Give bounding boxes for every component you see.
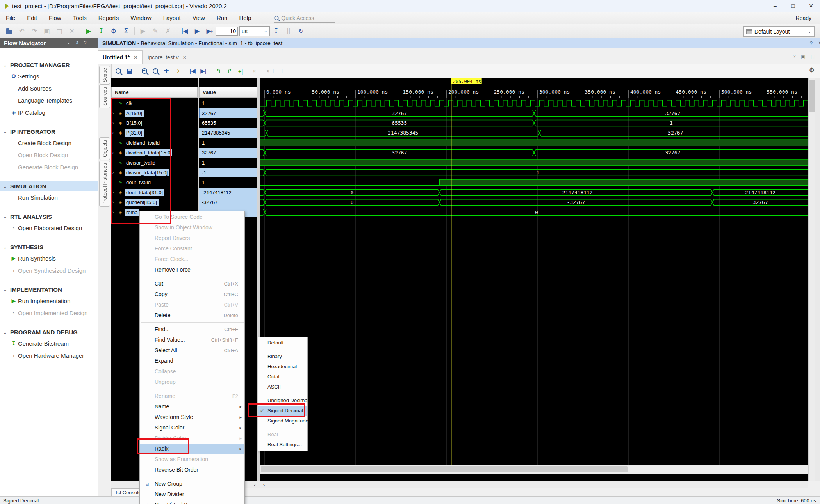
expand-arrow-icon[interactable]: › [112,210,118,215]
side-tab-sources[interactable]: Sources [99,84,110,108]
sidebar-item-run-implementation[interactable]: ▶Run Implementation [0,296,98,306]
help-icon[interactable]: ? [810,40,813,46]
maximize-button[interactable]: □ [784,0,802,12]
signal-name-quotient-15-0-[interactable]: ›◈quotient[15:0] [111,197,198,207]
value-column-header[interactable]: Value [199,87,257,98]
sidebar-section-rtl-analysis[interactable]: ⌄RTL ANALYSIS [0,211,98,222]
generate-bitstream-icon[interactable]: ↧ [95,26,107,36]
expand-arrow-icon[interactable]: › [112,131,118,135]
edit-pencil-icon[interactable]: ✎ [150,26,161,36]
signal-name-dividend-tdata-15-0[interactable]: ›◈dividend_tdata[15:0 [111,148,198,158]
close-tab-icon[interactable]: ✕ [183,55,187,60]
menu-item-new-divider[interactable]: New Divider [140,489,244,500]
menu-edit[interactable]: Edit [21,12,43,24]
signal-value-divisor-tdata-15-0-[interactable]: -1 [199,168,257,177]
next-transition-icon[interactable]: ▶| [198,66,209,76]
time-unit-select[interactable]: us⌄ [239,26,270,36]
menu-item-remove-force[interactable]: Remove Force [140,264,244,275]
radix-option-hexadecimal[interactable]: Hexadecimal [258,362,307,372]
menu-item-new-group[interactable]: New Group⧈ [140,479,244,489]
sidebar-item-open-synthesized-design[interactable]: ›Open Synthesized Design [0,265,98,275]
swap-previous-icon[interactable]: ↰ [213,66,224,76]
maximize-panel-icon[interactable]: ◱ [811,53,815,59]
menu-help[interactable]: Help [233,12,257,24]
run-for-time-icon[interactable]: ▶ₜ [204,26,216,36]
expand-arrow-icon[interactable]: › [112,190,118,195]
sidebar-item-open-block-design[interactable]: Open Block Design [0,150,98,160]
zoom-to-cursor-icon[interactable]: ➔ [172,66,183,76]
radix-option-default[interactable]: Default [258,338,307,348]
signal-name-divisor-tvalid[interactable]: ∿divisor_tvalid [111,158,198,167]
signal-value-B-15-0-[interactable]: 65535 [199,118,257,128]
signal-name-A-15-0-[interactable]: ›◈A[15:0] [111,108,198,118]
close-panel-icon[interactable]: ✕ [818,40,820,46]
menu-tools[interactable]: Tools [67,12,93,24]
signal-value-dout-tdata-31-0-[interactable]: -2147418112 [199,188,257,197]
menu-item-signal-color[interactable]: Signal Color▸ [140,422,244,433]
radix-option-signed-magnitude[interactable]: Signed Magnitude [258,416,307,426]
menu-item-delete[interactable]: DeleteDelete [140,310,244,321]
waveform-settings-gear-icon[interactable]: ⚙ [809,66,815,74]
collapse-all-icon[interactable]: ⌅ [67,40,71,46]
signal-value-clk[interactable]: 1 [199,98,257,108]
vertical-scrollbar[interactable] [808,78,816,481]
signal-value-quotient-15-0-[interactable]: -32767 [199,197,257,207]
add-marker-icon[interactable]: +| [235,66,246,76]
tab-untitled-1-[interactable]: Untitled 1*✕ [98,50,143,64]
signal-value-P-31-0-[interactable]: 2147385345 [199,128,257,138]
sidebar-item-add-sources[interactable]: Add Sources [0,83,98,93]
expand-arrow-icon[interactable]: › [112,121,118,125]
radix-option-binary[interactable]: Binary [258,351,307,362]
zoom-in-icon[interactable] [139,66,150,76]
sidebar-section-simulation[interactable]: ⌄SIMULATION [0,181,98,191]
menu-item-expand[interactable]: Expand [140,356,244,366]
goto-left-icon[interactable]: ⇤ [250,66,261,76]
sidebar-item-open-hardware-manager[interactable]: ›Open Hardware Manager [0,350,98,360]
delete-icon[interactable]: ✕ [66,26,78,36]
expand-arrow-icon[interactable]: › [112,151,118,155]
report-sigma-icon[interactable]: Σ [120,26,132,36]
goto-right-icon[interactable]: ⇥ [261,66,272,76]
find-icon[interactable] [113,66,124,76]
vertical-scrollbar-thumb[interactable] [809,80,815,112]
menu-item-find-[interactable]: Find...Ctrl+F [140,324,244,335]
scroll-left-arrow-icon[interactable]: ‹ [263,481,265,487]
signal-name-divisor-tdata-15-0-[interactable]: ›◈divisor_tdata[15:0] [111,168,198,177]
menu-item-find-value-[interactable]: Find Value...Ctrl+Shift+F [140,335,244,345]
minimize-panel-icon[interactable]: – [91,40,94,46]
tab-ipcore-test-v[interactable]: ipcore_test.v✕ [143,50,191,64]
menu-item-new-virtual-bus[interactable]: New Virtual Bus◈ [140,500,244,504]
run-all-icon[interactable]: ▶ [191,26,203,36]
help-icon[interactable]: ? [84,40,87,46]
radix-option-real-settings-[interactable]: Real Settings... [258,440,307,450]
signal-name-dividend-tvalid[interactable]: ∿dividend_tvalid [111,138,198,148]
sidebar-section-ip-integrator[interactable]: ⌄IP INTEGRATOR [0,126,98,137]
sidebar-section-program-and-debug[interactable]: ⌄PROGRAM AND DEBUG [0,327,98,337]
copy-icon[interactable]: ▣ [41,26,53,36]
redo-icon[interactable]: ↷ [29,26,40,36]
signal-value-dividend-tvalid[interactable]: 1 [199,138,257,148]
sidebar-item-open-implemented-design[interactable]: ›Open Implemented Design [0,308,98,318]
zoom-out-icon[interactable] [150,66,161,76]
cancel-icon[interactable]: ✗ [162,26,174,36]
sidebar-item-ip-catalog[interactable]: ◈IP Catalog [0,107,98,117]
signal-value-divisor-tvalid[interactable]: 1 [199,158,257,167]
name-column-header[interactable]: Name [111,87,198,98]
sidebar-item-open-elaborated-design[interactable]: ›Open Elaborated Design [0,223,98,233]
scroll-right-arrow-icon[interactable]: › [254,481,255,487]
menu-file[interactable]: File [0,12,21,24]
expand-arrow-icon[interactable]: › [112,111,118,115]
run-icon[interactable]: ▶ [83,26,94,36]
restart-sim-icon[interactable]: |◀ [179,26,191,36]
signal-value-A-15-0-[interactable]: 32767 [199,108,257,118]
expand-collapse-icon[interactable]: ⇕ [75,40,79,46]
close-button[interactable]: ✕ [802,0,820,12]
float-panel-icon[interactable]: ▣ [800,53,805,59]
previous-transition-icon[interactable]: |◀ [187,66,198,76]
signal-name-dout-tdata-31-0-[interactable]: ›◈dout_tdata[31:0] [111,188,198,197]
open-recent-icon[interactable] [4,26,15,36]
wave-dividend-tvalid[interactable] [260,140,808,146]
horizontal-scrollbar-thumb[interactable] [261,466,628,472]
menu-flow[interactable]: Flow [43,12,67,24]
side-tab-objects[interactable]: Objects [99,137,110,160]
